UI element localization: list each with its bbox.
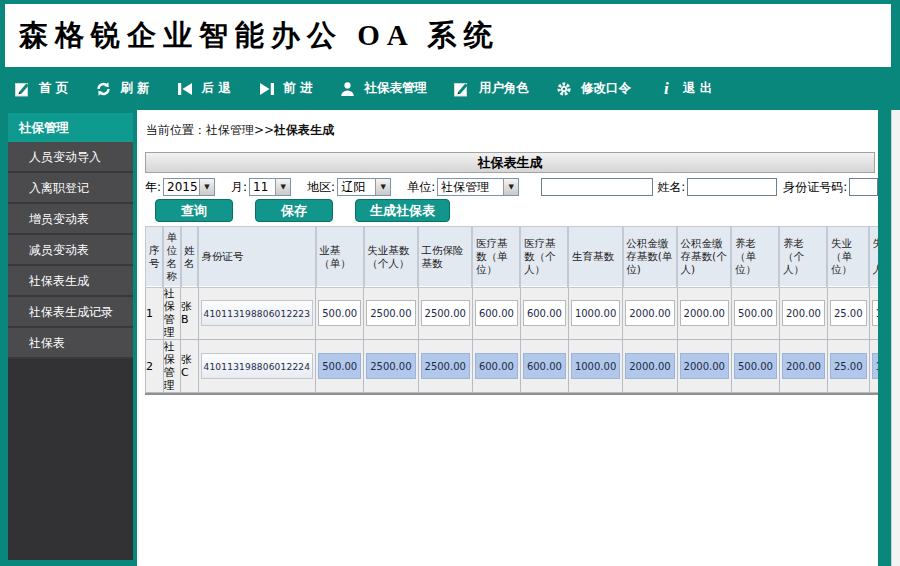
table-cell: 张 C <box>181 340 199 393</box>
sidebar-item-1[interactable]: 人员变动导入 <box>8 142 133 173</box>
numeric-cell[interactable]: 600.00 <box>475 300 518 326</box>
save-button[interactable]: 保存 <box>255 199 333 222</box>
numeric-cell[interactable]: 2000.00 <box>680 353 729 379</box>
table-cell: 2000.00 <box>623 287 677 340</box>
table-cell: 410113198806012224 <box>198 340 316 393</box>
numeric-cell[interactable]: 1000.00 <box>571 353 620 379</box>
action-buttons: 查询 保存 生成社保表 <box>145 199 878 222</box>
sidebar-item-4[interactable]: 减员变动表 <box>8 235 133 266</box>
month-select[interactable]: 11 ▼ <box>249 178 291 196</box>
table-row[interactable]: 1社保管理张 B410113198806012223500.002500.002… <box>146 287 879 340</box>
nav-item-8[interactable]: i退 出 <box>658 80 712 97</box>
id-number-label: 身份证号码: <box>783 179 847 196</box>
sidebar-item-3[interactable]: 增员变动表 <box>8 204 133 235</box>
chevron-down-icon[interactable]: ▼ <box>375 179 390 195</box>
numeric-cell[interactable]: 12.50 <box>872 300 878 326</box>
name-input[interactable] <box>687 178 777 196</box>
numeric-cell[interactable]: 12.50 <box>872 353 878 379</box>
table-cell: 410113198806012223 <box>198 287 316 340</box>
edit-icon <box>454 80 471 97</box>
numeric-cell[interactable]: 200.00 <box>782 300 825 326</box>
id-number-cell[interactable]: 410113198806012224 <box>201 353 314 379</box>
nav-item-6[interactable]: 用户角色 <box>454 80 529 97</box>
numeric-cell[interactable]: 2500.00 <box>421 300 470 326</box>
table-cell: 社保管理 <box>163 340 181 393</box>
nav-item-label: 修改口令 <box>581 80 631 97</box>
numeric-cell[interactable]: 25.00 <box>830 353 867 379</box>
nav-item-label: 用户角色 <box>479 80 529 97</box>
column-header: 失业（个人） <box>869 227 878 287</box>
breadcrumb-current: 社保表生成 <box>274 123 334 137</box>
query-button[interactable]: 查询 <box>155 199 233 222</box>
year-select[interactable]: 2015 ▼ <box>163 178 215 196</box>
numeric-cell[interactable]: 500.00 <box>734 353 777 379</box>
app-title: 森格锐企业智能办公 OA 系统 <box>5 4 891 67</box>
table-cell: 600.00 <box>472 287 520 340</box>
name-label: 姓名: <box>657 179 685 196</box>
social-insurance-table: 序号单位名称姓名身份证号业基（单）失业基数（个人）工伤保险基数医疗基数（单位）医… <box>145 226 878 393</box>
chevron-down-icon[interactable]: ▼ <box>503 179 518 195</box>
nav-item-label: 退 出 <box>683 80 712 97</box>
chevron-down-icon[interactable]: ▼ <box>199 179 214 195</box>
nav-item-5[interactable]: 社保表管理 <box>339 80 427 97</box>
table-header-row: 序号单位名称姓名身份证号业基（单）失业基数（个人）工伤保险基数医疗基数（单位）医… <box>146 227 879 287</box>
generate-button[interactable]: 生成社保表 <box>355 199 450 222</box>
extra-filter-input[interactable] <box>541 178 653 196</box>
id-number-cell[interactable]: 410113198806012223 <box>201 300 314 326</box>
column-header: 单位名称 <box>163 227 181 287</box>
forward-icon <box>258 80 275 97</box>
numeric-cell[interactable]: 500.00 <box>318 300 361 326</box>
numeric-cell[interactable]: 2500.00 <box>366 353 415 379</box>
sidebar-item-2[interactable]: 入离职登记 <box>8 173 133 204</box>
numeric-cell[interactable]: 200.00 <box>782 353 825 379</box>
navbar: 首 页刷 新后 退前 进社保表管理用户角色修改口令i退 出 <box>0 67 900 110</box>
numeric-cell[interactable]: 2000.00 <box>625 300 674 326</box>
nav-item-2[interactable]: 刷 新 <box>95 80 149 97</box>
nav-item-label: 后 退 <box>202 80 231 97</box>
filter-row: 年: 2015 ▼ 月: 11 ▼ 地区: 辽阳 ▼ 单位: 社保管理 ▼ <box>145 177 878 197</box>
unit-label: 单位: <box>407 179 435 196</box>
region-select[interactable]: 辽阳 ▼ <box>337 178 391 196</box>
numeric-cell[interactable]: 2500.00 <box>366 300 415 326</box>
sidebar-item-7[interactable]: 社保表 <box>8 328 133 359</box>
id-number-input[interactable] <box>849 178 878 196</box>
column-header: 医疗基数（个人） <box>520 227 568 287</box>
column-header: 医疗基数（单位） <box>472 227 520 287</box>
vertical-scrollbar[interactable] <box>891 110 900 566</box>
nav-item-label: 刷 新 <box>120 80 149 97</box>
column-header: 姓名 <box>181 227 199 287</box>
sidebar-item-5[interactable]: 社保表生成 <box>8 266 133 297</box>
sidebar-header: 社保管理 <box>8 113 133 142</box>
table-cell: 2000.00 <box>677 340 731 393</box>
numeric-cell[interactable]: 600.00 <box>523 300 566 326</box>
numeric-cell[interactable]: 500.00 <box>318 353 361 379</box>
nav-item-4[interactable]: 前 进 <box>258 80 312 97</box>
nav-item-3[interactable]: 后 退 <box>177 80 231 97</box>
column-header: 公积金缴存基数(个人) <box>677 227 731 287</box>
nav-item-label: 社保表管理 <box>364 80 427 97</box>
table-cell: 1000.00 <box>568 287 622 340</box>
table-cell: 2000.00 <box>677 287 731 340</box>
numeric-cell[interactable]: 25.00 <box>830 300 867 326</box>
table-row[interactable]: 2社保管理张 C410113198806012224500.002500.002… <box>146 340 879 393</box>
unit-select[interactable]: 社保管理 ▼ <box>437 178 519 196</box>
region-label: 地区: <box>307 179 335 196</box>
numeric-cell[interactable]: 1000.00 <box>571 300 620 326</box>
numeric-cell[interactable]: 600.00 <box>475 353 518 379</box>
numeric-cell[interactable]: 2000.00 <box>680 300 729 326</box>
numeric-cell[interactable]: 2500.00 <box>421 353 470 379</box>
table-cell: 2500.00 <box>364 287 418 340</box>
column-header: 养老（单位） <box>731 227 779 287</box>
sidebar-item-6[interactable]: 社保表生成记录 <box>8 297 133 328</box>
table-cell: 200.00 <box>779 340 827 393</box>
numeric-cell[interactable]: 500.00 <box>734 300 777 326</box>
year-label: 年: <box>145 179 161 196</box>
numeric-cell[interactable]: 600.00 <box>523 353 566 379</box>
chevron-down-icon[interactable]: ▼ <box>275 179 290 195</box>
column-header: 生育基数 <box>568 227 622 287</box>
nav-item-1[interactable]: 首 页 <box>14 80 68 97</box>
column-header: 业基（单） <box>316 227 364 287</box>
numeric-cell[interactable]: 2000.00 <box>625 353 674 379</box>
nav-item-7[interactable]: 修改口令 <box>556 80 631 97</box>
table-cell: 200.00 <box>779 287 827 340</box>
